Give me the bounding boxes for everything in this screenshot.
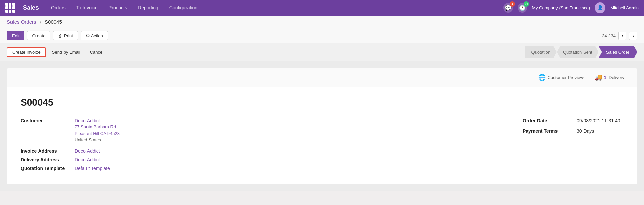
document-card: 🌐 Customer Preview 🚚 1 Delivery S00045 C… xyxy=(7,68,637,184)
cancel-button[interactable]: Cancel xyxy=(86,48,107,56)
activity-icon-wrap[interactable]: 🕐 21 xyxy=(518,3,527,13)
step-quotation-label: Quotation xyxy=(531,50,550,55)
chat-badge: 4 xyxy=(510,1,515,7)
order-date-label: Order Date xyxy=(523,118,577,123)
action-bar: Create Invoice Send by Email Cancel Quot… xyxy=(0,43,644,61)
nav-reporting[interactable]: Reporting xyxy=(136,4,160,12)
order-date-field-row: Order Date 09/08/2021 11:31:40 xyxy=(523,118,623,123)
page-prev-button[interactable]: ‹ xyxy=(618,32,626,40)
truck-icon: 🚚 xyxy=(595,74,602,81)
print-icon: 🖨 xyxy=(58,33,63,38)
status-steps: Quotation Quotation Sent Sales Order xyxy=(525,46,637,58)
top-navigation: Sales Orders To Invoice Products Reporti… xyxy=(0,0,644,16)
toolbar: Edit Create 🖨 Print ⚙ Action 34 / 34 ‹ › xyxy=(0,28,644,43)
create-invoice-button[interactable]: Create Invoice xyxy=(7,47,46,57)
payment-terms-value: 30 Days xyxy=(577,128,594,134)
breadcrumb-current: S00045 xyxy=(45,19,62,25)
invoice-address-label: Invoice Address xyxy=(21,148,75,154)
payment-terms-label: Payment Terms xyxy=(523,128,577,134)
breadcrumb: Sales Orders / S00045 xyxy=(0,16,644,28)
action-label: Action xyxy=(91,33,103,38)
print-label: Print xyxy=(64,33,73,38)
step-quotation-sent[interactable]: Quotation Sent xyxy=(557,46,599,58)
quotation-template-value[interactable]: Default Template xyxy=(75,166,110,171)
user-avatar[interactable]: 👤 xyxy=(595,2,605,13)
nav-orders[interactable]: Orders xyxy=(49,4,68,12)
document-body: S00045 Customer Deco Addict 77 Santa Bar… xyxy=(7,87,637,184)
main-content: 🌐 Customer Preview 🚚 1 Delivery S00045 C… xyxy=(0,61,644,191)
page-next-button[interactable]: › xyxy=(629,32,637,40)
send-by-email-button[interactable]: Send by Email xyxy=(49,48,84,56)
step-quotation-sent-label: Quotation Sent xyxy=(563,50,592,55)
document-toolbar: 🌐 Customer Preview 🚚 1 Delivery xyxy=(7,68,637,87)
quotation-template-field-row: Quotation Template Default Template xyxy=(21,166,495,171)
breadcrumb-separator: / xyxy=(40,19,41,25)
quotation-template-label: Quotation Template xyxy=(21,166,75,171)
breadcrumb-parent[interactable]: Sales Orders xyxy=(7,19,36,25)
page-counter: 34 / 34 xyxy=(602,33,616,38)
delivery-address-value[interactable]: Deco Addict xyxy=(75,157,100,162)
nav-products[interactable]: Products xyxy=(106,4,129,12)
user-name: Mitchell Admin xyxy=(610,5,639,10)
right-fields: Order Date 09/08/2021 11:31:40 Payment T… xyxy=(509,118,623,174)
delivery-address-label: Delivery Address xyxy=(21,157,75,162)
payment-terms-field-row: Payment Terms 30 Days xyxy=(523,128,623,134)
app-name[interactable]: Sales xyxy=(23,4,39,12)
print-button[interactable]: 🖨 Print xyxy=(53,31,78,40)
customer-address-3: United States xyxy=(75,137,120,143)
step-sales-order-label: Sales Order xyxy=(606,50,629,55)
app-grid-icon[interactable] xyxy=(5,3,15,13)
delivery-address-field-row: Delivery Address Deco Addict xyxy=(21,157,495,162)
chat-icon-wrap[interactable]: 💬 4 xyxy=(503,3,513,13)
gear-icon: ⚙ xyxy=(86,33,90,38)
nav-right-area: 💬 4 🕐 21 My Company (San Francisco) 👤 Mi… xyxy=(503,2,639,13)
step-sales-order[interactable]: Sales Order xyxy=(599,46,637,58)
activity-badge: 21 xyxy=(524,1,529,7)
invoice-address-field-row: Invoice Address Deco Addict xyxy=(21,148,495,154)
delivery-label: Delivery xyxy=(609,75,624,80)
delivery-button[interactable]: 🚚 1 Delivery xyxy=(589,72,630,83)
delivery-count: 1 xyxy=(604,75,606,80)
customer-preview-label: Customer Preview xyxy=(548,75,584,80)
action-button[interactable]: ⚙ Action xyxy=(81,31,108,40)
customer-name[interactable]: Deco Addict xyxy=(75,118,120,123)
customer-value-group: Deco Addict 77 Santa Barbara Rd Pleasant… xyxy=(75,118,120,143)
customer-address-1: 77 Santa Barbara Rd xyxy=(75,123,120,130)
invoice-address-value[interactable]: Deco Addict xyxy=(75,148,100,154)
globe-icon: 🌐 xyxy=(538,74,546,81)
order-date-value: 09/08/2021 11:31:40 xyxy=(577,118,620,123)
step-quotation[interactable]: Quotation xyxy=(525,46,557,58)
create-button[interactable]: Create xyxy=(27,31,50,40)
order-id: S00045 xyxy=(21,97,623,108)
customer-label: Customer xyxy=(21,118,75,143)
toolbar-right: 34 / 34 ‹ › xyxy=(602,32,637,40)
edit-button[interactable]: Edit xyxy=(7,31,24,40)
left-fields: Customer Deco Addict 77 Santa Barbara Rd… xyxy=(21,118,509,174)
customer-address-2: Pleasant Hill CA 94523 xyxy=(75,130,120,137)
customer-field-row: Customer Deco Addict 77 Santa Barbara Rd… xyxy=(21,118,495,143)
nav-to-invoice[interactable]: To Invoice xyxy=(74,4,100,12)
company-name: My Company (San Francisco) xyxy=(532,5,590,10)
nav-configuration[interactable]: Configuration xyxy=(167,4,199,12)
customer-preview-button[interactable]: 🌐 Customer Preview xyxy=(533,72,589,83)
